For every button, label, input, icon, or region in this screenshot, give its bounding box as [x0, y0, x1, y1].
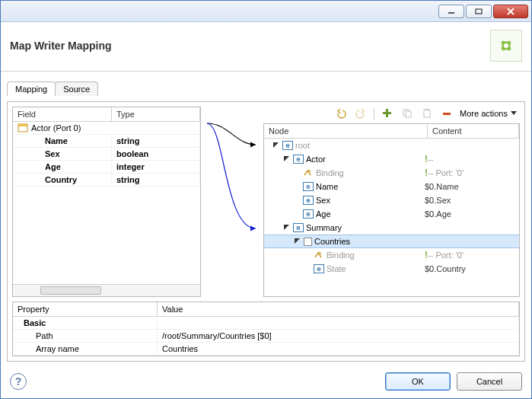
close-button[interactable]	[493, 5, 528, 18]
field-age-label: Age	[13, 161, 112, 173]
svg-rect-10	[383, 112, 391, 114]
svg-point-6	[504, 43, 508, 48]
element-icon: e	[314, 264, 324, 273]
dialog-footer: ? OK Cancel	[1, 365, 531, 398]
element-icon: e	[282, 141, 293, 150]
tree-row-state: eState$0.Country	[264, 262, 519, 276]
redo-button[interactable]	[354, 107, 368, 120]
minimize-button[interactable]	[438, 5, 464, 18]
field-name-type: string	[112, 135, 200, 147]
dialog-window: Map Writer Mapping Mapping Source Field …	[0, 0, 532, 399]
tree-row-root: eroot	[264, 139, 519, 152]
copy-button[interactable]	[400, 107, 414, 120]
paste-button[interactable]	[420, 107, 434, 120]
titlebar	[1, 1, 531, 22]
mapping-arrows	[205, 107, 259, 297]
port-row-label: Actor (Port 0)	[31, 123, 81, 132]
ok-button[interactable]: OK	[385, 372, 451, 391]
svg-rect-1	[476, 9, 482, 14]
tab-source[interactable]: Source	[55, 81, 98, 96]
array-icon	[304, 238, 312, 246]
dialog-body: Mapping Source Field Type Actor (	[1, 72, 531, 365]
dialog-title: Map Writer Mapping	[10, 40, 490, 52]
tree-row-binding-1: Binding!-- Port: '0'	[264, 166, 519, 180]
tree-toolbar: More actions	[263, 107, 520, 123]
property-grid[interactable]: Property Value Basic Path/root/Summary/C…	[12, 302, 520, 356]
field-age-type: integer	[112, 161, 200, 173]
prop-path-label: Path	[13, 330, 158, 342]
col-header-value[interactable]: Value	[158, 302, 519, 316]
element-icon: e	[303, 209, 314, 219]
col-header-type[interactable]: Type	[112, 107, 200, 121]
svg-rect-15	[443, 113, 451, 115]
field-sex-label: Sex	[13, 148, 112, 160]
undo-button[interactable]	[334, 107, 348, 120]
collapse-icon[interactable]	[272, 142, 280, 149]
dialog-header: Map Writer Mapping	[1, 22, 531, 72]
app-logo-icon	[490, 30, 522, 62]
svg-rect-12	[406, 111, 411, 117]
col-header-field[interactable]: Field	[13, 107, 112, 121]
more-actions-menu[interactable]: More actions	[460, 109, 517, 118]
prop-arrayname-value[interactable]: Countries	[158, 343, 519, 355]
tree-row-age: eAge$0.Age	[264, 207, 519, 221]
collapse-icon[interactable]	[294, 238, 301, 245]
tree-row-summary: eSummary	[264, 221, 519, 235]
binding-icon	[314, 251, 324, 260]
help-button[interactable]: ?	[10, 373, 27, 390]
horizontal-scrollbar[interactable]	[13, 284, 200, 296]
col-header-property[interactable]: Property	[13, 302, 158, 316]
field-name-label: Name	[13, 135, 112, 147]
svg-rect-13	[424, 110, 430, 117]
collapse-icon[interactable]	[283, 224, 291, 231]
node-tree[interactable]: Node Content eroot eActor!-- Binding!-- …	[263, 123, 520, 297]
tree-row-actor: eActor!--	[264, 152, 519, 166]
element-icon: e	[293, 223, 304, 232]
chevron-down-icon	[511, 111, 517, 116]
collapse-icon[interactable]	[283, 155, 291, 163]
field-sex-type: boolean	[112, 148, 200, 160]
element-icon: e	[303, 182, 314, 191]
main-area: Field Type Actor (Port 0) Namestring Sex…	[7, 101, 525, 362]
prop-group-basic: Basic	[13, 317, 158, 329]
col-header-node[interactable]: Node	[264, 124, 428, 138]
fields-grid[interactable]: Field Type Actor (Port 0) Namestring Sex…	[12, 107, 201, 297]
field-country-type: string	[112, 174, 200, 186]
field-country-label: Country	[13, 174, 112, 186]
tree-row-name: eName$0.Name	[264, 180, 519, 193]
remove-button[interactable]	[440, 107, 454, 120]
tree-row-countries: Countries	[264, 235, 519, 248]
prop-arrayname-label: Array name	[13, 343, 158, 355]
maximize-button[interactable]	[466, 5, 492, 18]
tab-strip: Mapping Source	[7, 81, 525, 95]
col-header-content[interactable]: Content	[428, 124, 519, 138]
element-icon: e	[293, 155, 304, 164]
tree-row-binding-2: Binding!-- Port: '0'	[264, 248, 519, 262]
binding-icon	[303, 168, 314, 177]
add-node-button[interactable]	[381, 107, 394, 120]
tab-mapping[interactable]: Mapping	[7, 81, 56, 96]
svg-rect-14	[425, 109, 428, 110]
element-icon: e	[303, 196, 314, 205]
tree-row-sex: eSex$0.Sex	[264, 193, 519, 207]
cancel-button[interactable]: Cancel	[457, 372, 522, 391]
svg-rect-8	[18, 124, 27, 126]
prop-path-value[interactable]: /root/Summary/Countries [$0]	[158, 330, 519, 342]
port-icon	[18, 123, 28, 132]
